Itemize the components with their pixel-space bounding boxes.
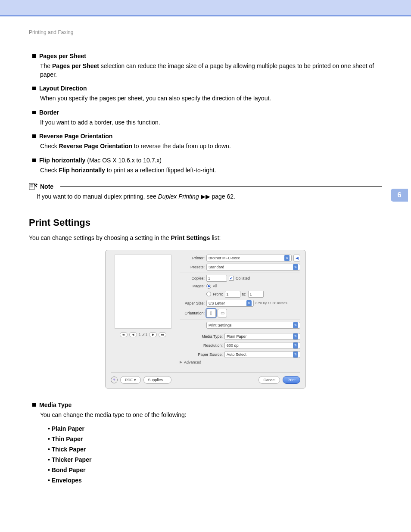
preview-pager: ⏮ ◀ 1 of 1 ▶ ⏭ [120,332,166,337]
pager-first-button[interactable]: ⏮ [120,332,128,337]
paper-size-select[interactable]: US Letter⇅ [206,300,254,307]
printer-select[interactable]: Brother MFC-xxxx⇅ [206,255,292,261]
section-intro: You can change settings by choosing a se… [29,234,382,241]
paper-source-select[interactable]: Auto Select⇅ [224,351,300,358]
orientation-landscape-button[interactable]: ▭ [218,309,227,317]
feature-pages-per-sheet: Pages per Sheet The Pages per Sheet sele… [32,53,382,79]
note-rule [60,186,382,187]
feature-title: Reverse Page Orientation [39,133,112,140]
list-item: Plain Paper [48,425,382,432]
printer-info-button[interactable]: ◀ [293,255,300,261]
feature-title: Pages per Sheet [39,53,86,59]
dropdown-icon: ⇅ [246,300,252,306]
resolution-select[interactable]: 600 dpi⇅ [224,342,300,349]
list-item: Envelopes [48,477,382,484]
feature-flip: Flip horizontally (Mac OS X 10.6.x to 10… [32,157,382,175]
preview-box [115,255,171,329]
paper-source-label: Paper Source: [193,352,223,357]
pages-all-radio[interactable] [206,284,211,289]
from-input[interactable]: 1 [225,291,240,298]
print-button[interactable]: Print [283,376,300,384]
help-button[interactable]: ? [111,376,118,383]
note-label: Note [40,183,53,190]
section-title: Print Settings [29,217,382,228]
dropdown-icon: ⇅ [293,322,298,328]
collated-checkbox[interactable]: ✔ [229,276,234,281]
pager-last-button[interactable]: ⏭ [159,332,166,337]
cancel-button[interactable]: Cancel [258,376,280,384]
dropdown-icon: ⇅ [284,255,290,261]
feature-desc: If you want to add a border, use this fu… [40,118,382,127]
pager-prev-button[interactable]: ◀ [129,332,137,337]
feature-title: Border [39,109,59,116]
chapter-tab: 6 [391,189,408,202]
dropdown-icon: ⇅ [293,352,298,358]
feature-reverse: Reverse Page Orientation Check Reverse P… [32,133,382,151]
svg-rect-0 [29,183,34,190]
panel-select[interactable]: Print Settings⇅ [206,322,300,329]
resolution-label: Resolution: [193,343,223,348]
pager-text: 1 of 1 [139,333,147,336]
top-banner [0,0,411,16]
feature-media-type: Media Type You can change the media type… [32,401,382,484]
note-block: Note If you want to do manual duplex pri… [29,183,382,200]
copies-label: Copies: [180,276,205,280]
feature-desc: You can change the media type to one of … [40,411,382,420]
pages-label: Pages: [180,284,205,288]
advanced-toggle[interactable]: ▶ Advanced [180,360,300,364]
print-dialog: ⏮ ◀ 1 of 1 ▶ ⏭ Printer: Brother MFC-xxxx… [105,250,306,389]
orientation-portrait-button[interactable]: ▯ [206,309,216,317]
feature-title: Media Type [39,401,72,408]
feature-desc: When you specify the pages per sheet, yo… [40,94,382,103]
feature-title: Layout Direction [39,85,87,92]
media-type-options: Plain Paper Thin Paper Thick Paper Thick… [32,425,382,484]
list-item: Thick Paper [48,446,382,453]
chapter-header: Printing and Faxing [29,29,382,35]
feature-desc: The Pages per Sheet selection can reduce… [40,62,382,79]
media-type-label: Media Type: [193,334,223,339]
list-item: Thicker Paper [48,456,382,463]
note-icon [29,183,37,190]
from-label: From: [213,292,223,296]
pdf-button[interactable]: PDF ▾ [120,376,141,384]
feature-desc: Check Reverse Page Orientation to revers… [40,142,382,151]
list-item: Thin Paper [48,436,382,442]
to-input[interactable]: 1 [248,291,264,298]
pager-next-button[interactable]: ▶ [149,332,157,337]
to-label: to: [242,292,246,296]
presets-select[interactable]: Standard⇅ [206,264,300,271]
supplies-button[interactable]: Supplies… [143,376,172,384]
note-text: If you want to do manual duplex printing… [37,193,382,200]
feature-title: Flip horizontally [39,157,85,164]
dropdown-icon: ⇅ [293,264,298,270]
paper-size-label: Paper Size: [180,301,205,305]
feature-border: Border If you want to add a border, use … [32,109,382,127]
pages-from-radio[interactable] [206,292,211,296]
feature-layout-direction: Layout Direction When you specify the pa… [32,85,382,103]
disclosure-triangle-icon: ▶ [180,360,182,364]
presets-label: Presets: [180,265,205,269]
printer-label: Printer: [180,256,205,260]
feature-desc: Check Flip horizontally to print as a re… [40,166,382,175]
media-type-select[interactable]: Plain Paper⇅ [224,333,300,340]
orientation-label: Orientation: [180,311,205,315]
paper-dims: 8.50 by 11.00 inches [255,301,287,305]
copies-input[interactable]: 1 [206,275,227,282]
dropdown-icon: ⇅ [293,342,298,348]
list-item: Bond Paper [48,467,382,473]
all-label: All [213,284,217,288]
collated-label: Collated [236,276,250,280]
dropdown-icon: ⇅ [293,333,298,339]
